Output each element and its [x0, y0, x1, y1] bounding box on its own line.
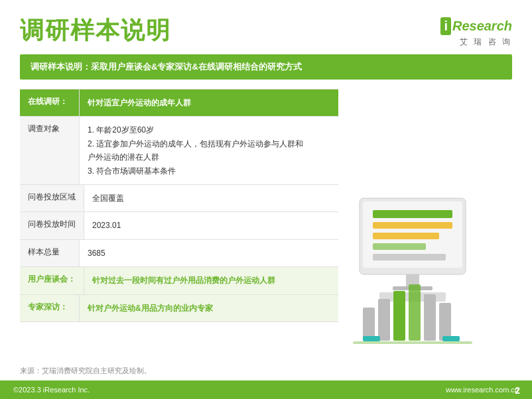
- table-row: 在线调研： 针对适宜户外运动的成年人群: [20, 89, 338, 117]
- svg-rect-12: [393, 291, 405, 341]
- table-row: 调查对象 1. 年龄20岁至60岁 2. 适宜参加户外运动的成年人，包括现有户外…: [20, 117, 338, 185]
- label-user-talk: 用户座谈会：: [20, 267, 84, 294]
- illustration: [340, 192, 499, 370]
- label-expert: 专家深访：: [20, 295, 80, 321]
- table-section: 在线调研： 针对适宜户外运动的成年人群 调查对象 1. 年龄20岁至60岁 2.…: [20, 89, 338, 322]
- value-time: 2023.01: [84, 212, 338, 239]
- table-row: 用户座谈会： 针对过去一段时间有过户外用品消费的户外运动人群: [20, 267, 338, 294]
- source-text: 来源：艾瑞消费研究院自主研究及绘制。: [20, 366, 151, 376]
- logo-i: i: [440, 17, 451, 35]
- banner: 调研样本说明：采取用户座谈会&专家深访&在线调研相结合的研究方式: [20, 54, 512, 80]
- label-online: 在线调研：: [20, 89, 80, 116]
- value-online: 针对适宜户外运动的成年人群: [80, 89, 338, 116]
- table-row: 问卷投放区域 全国覆盖: [20, 185, 338, 212]
- label-target: 调查对象: [20, 117, 80, 184]
- header: 调研样本说明 i Research 艾 瑞 咨 询: [0, 0, 532, 54]
- label-time: 问卷投放时间: [20, 212, 84, 239]
- footer: ©2023.3 iResearch Inc. www.iresearch.com…: [0, 380, 532, 399]
- logo-research: Research: [452, 19, 512, 34]
- table-row: 样本总量 3685: [20, 240, 338, 267]
- value-area: 全国覆盖: [84, 185, 338, 211]
- svg-rect-10: [363, 308, 375, 341]
- table-row: 专家深访： 针对户外运动&用品方向的业内专家: [20, 295, 338, 322]
- svg-rect-5: [373, 243, 426, 250]
- label-area: 问卷投放区域: [20, 185, 84, 211]
- page-title: 调研样本说明: [20, 15, 171, 47]
- value-target: 1. 年龄20岁至60岁 2. 适宜参加户外运动的成年人，包括现有户外运动参与人…: [80, 117, 338, 184]
- page-number: 2: [515, 385, 520, 396]
- svg-rect-4: [373, 233, 439, 239]
- table-row: 问卷投放时间 2023.01: [20, 212, 338, 239]
- logo-subtitle: 艾 瑞 咨 询: [460, 36, 512, 48]
- svg-rect-11: [378, 299, 390, 341]
- value-expert: 针对户外运动&用品方向的业内专家: [80, 295, 338, 321]
- svg-rect-2: [373, 210, 452, 218]
- svg-rect-15: [439, 303, 451, 341]
- value-total: 3685: [80, 240, 338, 266]
- svg-rect-13: [409, 284, 421, 341]
- main-area: 在线调研： 针对适宜户外运动的成年人群 调查对象 1. 年龄20岁至60岁 2.…: [20, 89, 512, 322]
- label-total: 样本总量: [20, 240, 80, 266]
- svg-rect-6: [373, 254, 446, 260]
- svg-rect-17: [363, 336, 380, 341]
- value-user-talk: 针对过去一段时间有过户外用品消费的户外运动人群: [84, 267, 338, 294]
- footer-copyright: ©2023.3 iResearch Inc.: [13, 386, 90, 394]
- footer-website: www.iresearch.com.cn: [446, 386, 519, 394]
- logo-icon: i Research: [440, 17, 512, 35]
- svg-rect-3: [373, 222, 452, 229]
- svg-rect-18: [442, 336, 460, 341]
- content-area: 调研样本说明：采取用户座谈会&专家深访&在线调研相结合的研究方式 在线调研： 针…: [0, 54, 532, 322]
- svg-rect-16: [353, 341, 472, 344]
- svg-rect-14: [424, 294, 436, 341]
- logo-area: i Research 艾 瑞 咨 询: [440, 17, 512, 48]
